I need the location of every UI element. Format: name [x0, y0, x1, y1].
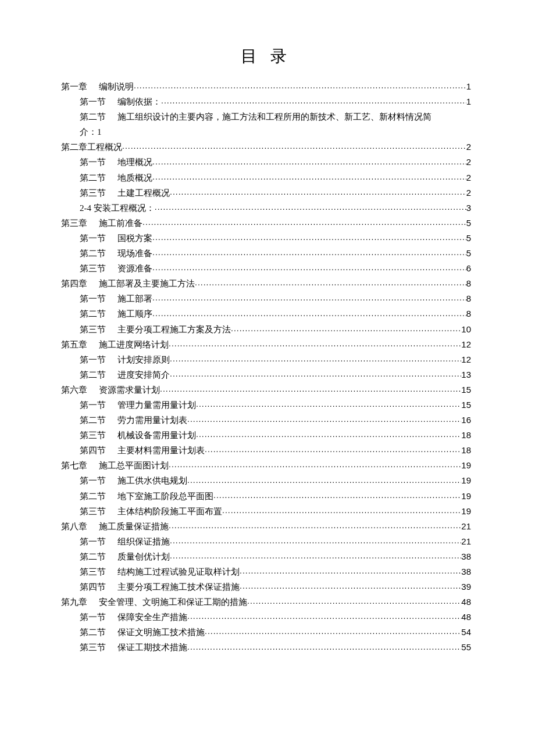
toc-page-number: 2 [466, 155, 471, 170]
toc-row: 第一节计划安排原则...............................… [61, 352, 471, 367]
toc-entry-label: 第三节主体结构阶段施工平面布置 [80, 504, 222, 519]
dot-leader: ........................................… [160, 386, 461, 395]
toc-text: 编制说明 [99, 82, 134, 91]
page-title: 目 录 [61, 45, 471, 67]
toc-prefix: 第二节 [80, 309, 106, 318]
toc-page-number: 2 [466, 185, 471, 200]
toc-entry-label: 第一节组织保证措施 [80, 534, 170, 549]
toc-entry-label: 第一节编制依据： [80, 94, 161, 109]
toc-page-number: 5 [466, 246, 471, 261]
toc-prefix: 第三章 [61, 218, 87, 228]
toc-page-number: 15 [461, 382, 471, 397]
toc-text: 施工部署及主要施工方法 [99, 279, 195, 288]
toc-text: 施工总平面图计划 [99, 461, 169, 470]
toc-text: 主要材料需用量计划表 [117, 446, 205, 455]
toc-row: 第四节主要分项工程施工技术保证措施.......................… [61, 579, 471, 594]
dot-leader: ........................................… [170, 189, 466, 198]
toc-row: 第二节现场准备.................................… [61, 246, 471, 261]
dot-leader: ........................................… [205, 447, 461, 456]
toc-prefix: 第一节 [80, 294, 106, 303]
toc-row: 第二节地质概况.................................… [61, 170, 471, 185]
dot-leader: ........................................… [134, 83, 466, 92]
toc-entry-label: 第八章施工质量保证措施 [61, 519, 169, 534]
toc-row: 第一节施工部署.................................… [61, 291, 471, 306]
toc-prefix: 第二节 [80, 112, 106, 121]
toc-text: 第二章工程概况 [61, 142, 122, 152]
dot-leader: ........................................… [213, 493, 461, 501]
toc-page-number: 48 [461, 610, 471, 625]
toc-row: 第二章工程概况.................................… [61, 139, 471, 155]
toc-row: 第六章资源需求量计划..............................… [61, 382, 471, 397]
toc-entry-label: 第九章安全管理、文明施工和保证工期的措施 [61, 594, 247, 610]
toc-page-number: 5 [466, 231, 471, 246]
toc-row: 第一节施工供水供电规划.............................… [61, 473, 471, 488]
toc-row: 第二节质量创优计划...............................… [61, 549, 471, 564]
dot-leader: ........................................… [170, 356, 461, 365]
toc-entry-label: 第二节现场准备 [80, 246, 152, 261]
dot-leader: ........................................… [196, 402, 461, 410]
toc-entry-label: 第三章施工前准备 [61, 216, 142, 231]
dot-leader: ........................................… [247, 599, 461, 607]
toc-row: 第二节施工顺序.................................… [61, 306, 471, 321]
toc-page-number: 55 [461, 640, 471, 655]
toc-text: 计划安排原则 [117, 355, 170, 364]
toc-prefix: 第一节 [80, 234, 106, 243]
toc-prefix: 第四节 [80, 446, 106, 455]
toc-prefix: 第八章 [61, 522, 87, 531]
toc-entry-label: 第一节计划安排原则 [80, 352, 170, 367]
toc-row: 第一节国税方案.................................… [61, 231, 471, 246]
toc-text: 进度安排简介 [117, 370, 170, 379]
toc-page-number: 19 [461, 489, 471, 504]
dot-leader: ........................................… [152, 311, 466, 320]
toc-prefix: 第一章 [61, 82, 87, 91]
toc-text: 保证文明施工技术措施 [117, 628, 205, 637]
toc-row: 第一节保障安全生产措施.............................… [61, 610, 471, 625]
toc-prefix: 第一节 [80, 537, 106, 546]
toc-row: 第二节进度安排简介...............................… [61, 367, 471, 382]
toc-entry-label: 第四章施工部署及主要施工方法 [61, 276, 195, 291]
dot-leader: ........................................… [169, 341, 461, 350]
toc-prefix: 第一节 [80, 612, 106, 622]
toc-prefix: 第二节 [80, 492, 106, 501]
toc-page-number: 12 [461, 337, 471, 352]
toc-row: 第五章施工进度网络计划.............................… [61, 337, 471, 352]
toc-text: 安全管理、文明施工和保证工期的措施 [99, 597, 247, 607]
toc-prefix: 第一节 [80, 400, 106, 410]
toc-page-number: 10 [461, 322, 471, 337]
toc-prefix: 第二节 [80, 370, 106, 379]
toc-prefix: 第一节 [80, 157, 106, 167]
dot-leader: ........................................… [152, 250, 466, 259]
toc-prefix: 第三节 [80, 567, 106, 576]
toc-prefix: 第二节 [80, 415, 106, 425]
dot-leader: ........................................… [152, 265, 466, 274]
toc-text: 机械设备需用量计划 [117, 431, 196, 440]
toc-entry-label: 第一节国税方案 [80, 231, 152, 246]
toc-prefix: 第三节 [80, 325, 106, 334]
toc-text: 施工部署 [117, 294, 152, 303]
toc-row: 第三节结构施工过程试验见证取样计划.......................… [61, 564, 471, 579]
toc-row: 第四节主要材料需用量计划表...........................… [61, 443, 471, 458]
toc-prefix: 第一节 [80, 97, 106, 106]
toc-entry-label: 第一节施工供水供电规划 [80, 473, 187, 488]
toc-entry-label: 第三节资源准备 [80, 261, 152, 276]
toc-prefix: 第三节 [80, 188, 106, 198]
toc-page-number: 38 [461, 549, 471, 564]
dot-leader: ........................................… [155, 205, 466, 213]
toc-text: 2-4 安装工程概况： [80, 203, 155, 213]
dot-leader: ........................................… [152, 235, 466, 243]
toc-prefix: 第二节 [80, 552, 106, 561]
toc-row: 第四章施工部署及主要施工方法..........................… [61, 276, 471, 291]
toc-entry-label: 第一节保障安全生产措施 [80, 610, 187, 625]
toc-row: 第二节保证文明施工技术措施...........................… [61, 625, 471, 640]
toc-row: 第三节主要分项工程施工方案及方法........................… [61, 322, 471, 337]
toc-entry-label: 第二节地下室施工阶段总平面图 [80, 489, 213, 504]
toc-row: 第一节管理力量需用量计划............................… [61, 397, 471, 413]
toc-page-number: 8 [466, 306, 471, 321]
toc-row: 第九章安全管理、文明施工和保证工期的措施....................… [61, 594, 471, 610]
toc-text: 国税方案 [117, 234, 152, 243]
toc-entry-label: 第二节施工组织设计的主要内容，施工方法和工程所用的新技术、新工艺、新材料情况简 [80, 109, 431, 124]
toc-entry-label: 第二节保证文明施工技术措施 [80, 625, 205, 640]
toc-prefix: 第一节 [80, 355, 106, 364]
toc-entry-label: 第四节主要材料需用量计划表 [80, 443, 205, 458]
dot-leader: ........................................… [142, 220, 466, 228]
